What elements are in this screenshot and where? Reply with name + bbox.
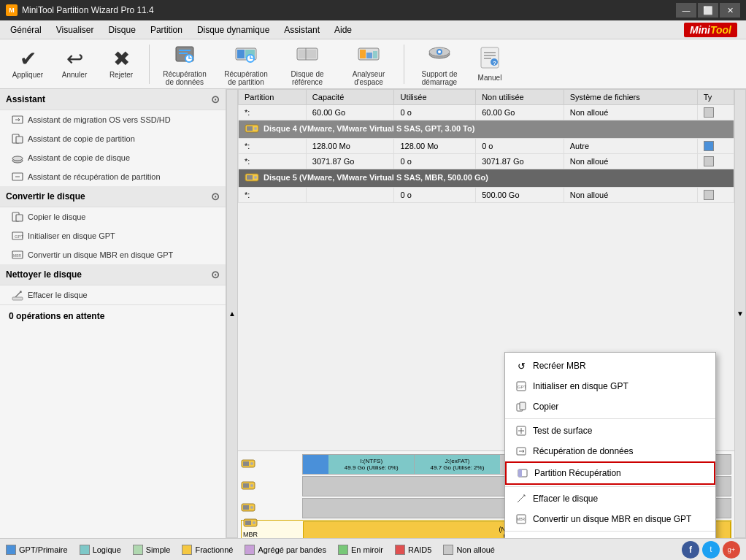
window-controls[interactable]: — ⬜ ✕ <box>676 3 740 18</box>
menu-partition[interactable]: Partition <box>143 23 190 37</box>
svg-rect-54 <box>245 521 251 525</box>
apply-button[interactable]: ✔ Appliquer <box>6 46 50 82</box>
svg-rect-22 <box>484 58 491 59</box>
sidebar-item-erase-disk[interactable]: Effacer le disque <box>0 285 226 304</box>
menu-disque-dynamique[interactable]: Disque dynamique <box>190 23 277 37</box>
googleplus-button[interactable]: g+ <box>723 541 740 559</box>
svg-point-29 <box>12 156 23 161</box>
section-nettoyer-collapse[interactable]: ⊙ <box>211 269 220 280</box>
cell-systeme: Non alloué <box>564 154 697 169</box>
legend-simple-box <box>133 545 143 555</box>
ctx-surface-test[interactable]: Test de surface <box>505 421 715 441</box>
ctx-convert-mbr-gpt-label: Convertir un disque MBR en disque GPT <box>533 514 691 524</box>
menu-general[interactable]: Général <box>3 23 49 37</box>
ctx-copy[interactable]: Copier <box>505 396 715 417</box>
legend-raid5-label: RAID5 <box>408 545 431 554</box>
section-convertir: Convertir le disque ⊙ <box>0 186 226 207</box>
ctx-erase-disk[interactable]: Effacer le disque <box>505 488 715 509</box>
menu-aide[interactable]: Aide <box>327 23 359 37</box>
legend-miroir-box <box>338 545 348 555</box>
svg-text:MBR→GPT: MBR→GPT <box>13 253 23 258</box>
partition-recovery-tool[interactable]: Récupérationde partition <box>217 39 275 89</box>
menu-assistant[interactable]: Assistant <box>277 23 327 37</box>
sidebar-item-init-gpt[interactable]: GPT Initialiser en disque GPT <box>0 226 226 245</box>
legend-agrege-label: Agrégé par bandes <box>258 545 326 554</box>
recreate-mbr-icon: ↺ <box>515 360 527 372</box>
table-row[interactable]: *: 3071.87 Go 0 o 3071.87 Go Non alloué <box>239 154 734 169</box>
reference-disk-tool[interactable]: Disque deréférence <box>278 39 337 89</box>
legend-fractionne: Fractionné <box>182 545 233 555</box>
toolbar-divider-1 <box>149 45 150 84</box>
maximize-button[interactable]: ⬜ <box>698 3 718 18</box>
manual-tool[interactable]: ? Manuel <box>472 43 508 85</box>
cell-utilisee: 128.00 Mo <box>394 139 476 154</box>
menu-visualiser[interactable]: Visualiser <box>49 23 101 37</box>
reference-disk-label: Disque deréférence <box>291 70 323 86</box>
ctx-divider-1 <box>505 418 715 419</box>
facebook-button[interactable]: f <box>682 541 699 559</box>
ctx-properties[interactable]: Propriétés <box>505 533 715 538</box>
svg-rect-27 <box>16 137 23 143</box>
undo-button[interactable]: ↩ Annuler <box>53 46 96 82</box>
disk4-label: Disque 4 (VMware, VMware Virtual S SAS, … <box>239 120 734 139</box>
cell-systeme: Non alloué <box>564 188 697 203</box>
segment <box>303 455 328 474</box>
ctx-init-gpt[interactable]: GPT Initialiser en disque GPT <box>505 376 715 396</box>
menu-disque[interactable]: Disque <box>101 23 143 37</box>
ctx-partition-recuperation[interactable]: Partition Récupération <box>505 461 715 485</box>
svg-rect-59 <box>520 402 526 410</box>
table-row[interactable]: *: 128.00 Mo 128.00 Mo 0 o Autre <box>239 139 734 154</box>
legend-agrege: Agrégé par bandes <box>245 545 326 555</box>
svg-rect-32 <box>16 215 23 221</box>
section-assistant-collapse[interactable]: ⊙ <box>211 93 220 105</box>
app-logo: M <box>6 4 18 16</box>
table-row[interactable]: *: 60.00 Go 0 o 60.00 Go Non alloué <box>239 105 734 120</box>
titlebar-left: M MiniTool Partition Wizard Pro 11.4 <box>6 4 154 16</box>
ctx-convert-mbr-gpt[interactable]: MBR→GPT Convertir un disque MBR en disqu… <box>505 509 715 529</box>
segment-j: J:(exFAT)49.7 Go (Utilisé: 2%) <box>414 455 499 474</box>
init-gpt-icon: GPT <box>12 230 23 242</box>
sidebar-item-partition-recovery[interactable]: Assistant de récupération de partition <box>0 167 226 186</box>
table-row[interactable]: *: 0 o 500.00 Go Non alloué <box>239 188 734 203</box>
sidebar-copy-disk-label: Assistant de copie de disque <box>28 153 130 162</box>
sidebar-item-copy-partition[interactable]: Assistant de copie de partition <box>0 129 226 148</box>
sidebar-item-copy-disk[interactable]: Assistant de copie de disque <box>0 148 226 167</box>
statusbar: GPT/Primaire Logique Simple Fractionné A… <box>0 538 746 560</box>
ctx-recreate-mbr[interactable]: ↺ Recréer MBR <box>505 356 715 376</box>
cell-type <box>697 105 734 120</box>
twitter-button[interactable]: t <box>702 541 720 559</box>
minimize-button[interactable]: — <box>676 3 696 18</box>
sidebar-item-copy-disk2[interactable]: Copier le disque <box>0 207 226 226</box>
cell-utilisee: 0 o <box>394 188 476 203</box>
cell-utilisee: 0 o <box>394 105 476 120</box>
data-recovery-tool[interactable]: Récupérationde données <box>155 39 214 89</box>
sidebar-item-mbr-to-gpt[interactable]: MBR→GPT Convertir un disque MBR en disqu… <box>0 245 226 264</box>
boot-support-tool[interactable]: Support dedémarrage <box>410 39 469 89</box>
migration-icon <box>12 114 23 126</box>
disk4-header: Disque 4 (VMware, VMware Virtual S SAS, … <box>239 120 734 139</box>
cell-partition: *: <box>239 154 307 169</box>
svg-point-40 <box>254 127 257 130</box>
close-button[interactable]: ✕ <box>720 3 740 18</box>
section-convertir-collapse[interactable]: ⊙ <box>211 191 220 202</box>
content-area: ▲ Partition Capacité Utilisée Non utilis… <box>226 89 746 538</box>
toolbar: ✔ Appliquer ↩ Annuler ✖ Rejeter Récupéra… <box>0 39 746 89</box>
legend-logique: Logique <box>80 545 121 555</box>
ctx-data-recovery[interactable]: Récupération de données <box>505 441 715 461</box>
legend-raid5-box <box>395 545 405 555</box>
manual-icon: ? <box>480 46 500 72</box>
reject-button[interactable]: ✖ Rejeter <box>99 46 143 82</box>
ctx-partition-recuperation-label: Partition Récupération <box>534 468 621 478</box>
nav-down-arrow[interactable]: ▼ <box>734 89 746 538</box>
space-analyzer-tool[interactable]: Analyseurd'espace <box>339 39 398 89</box>
content-inner: Partition Capacité Utilisée Non utilisée… <box>238 89 734 538</box>
svg-rect-42 <box>247 175 253 180</box>
context-menu: ↺ Recréer MBR GPT Initialiser en disque … <box>504 352 716 538</box>
cell-type <box>697 188 734 203</box>
sidebar-partition-recovery-label: Assistant de récupération de partition <box>28 172 161 181</box>
svg-rect-20 <box>484 52 496 53</box>
nav-up-arrow[interactable]: ▲ <box>226 89 238 538</box>
legend-logique-label: Logique <box>93 545 121 554</box>
sidebar-item-migration[interactable]: Assistant de migration OS vers SSD/HD <box>0 110 226 129</box>
cell-type <box>697 139 734 154</box>
